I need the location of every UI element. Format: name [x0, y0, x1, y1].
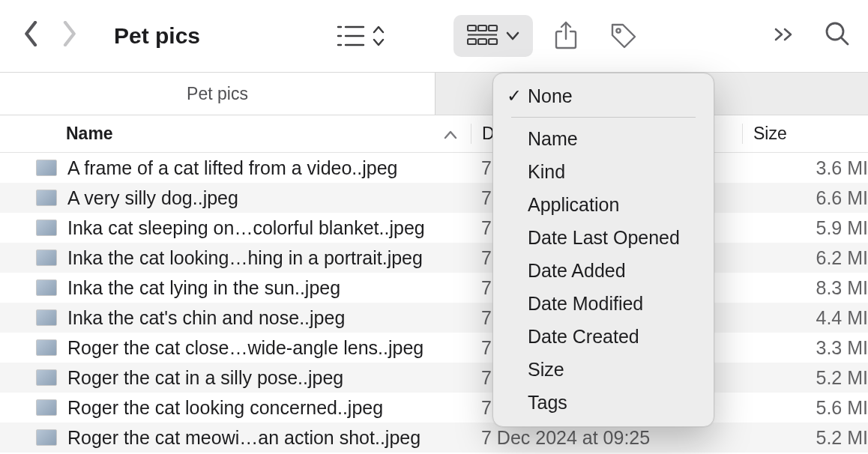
- tab-bar: Pet pics: [0, 72, 868, 115]
- file-thumbnail: [36, 309, 57, 326]
- file-size-cell: 3.6 MI: [742, 157, 868, 179]
- file-date-cell: 7 Dec 2024 at 09:25: [471, 427, 742, 449]
- file-name-cell: Roger the cat close…wide-angle lens..jpe…: [0, 337, 471, 359]
- file-name-cell: A frame of a cat lifted from a video..jp…: [0, 157, 471, 179]
- overflow-button[interactable]: [774, 25, 795, 46]
- svg-line-16: [842, 38, 848, 44]
- file-row[interactable]: A frame of a cat lifted from a video..jp…: [0, 153, 868, 183]
- column-header-size[interactable]: Size: [742, 124, 868, 144]
- group-menu-item-tags[interactable]: Tags: [493, 386, 714, 419]
- file-size-cell: 3.3 MI: [742, 337, 868, 359]
- group-by-button[interactable]: [453, 15, 533, 57]
- search-button[interactable]: [825, 21, 850, 51]
- file-thumbnail: [36, 160, 57, 176]
- view-mode-button[interactable]: [326, 15, 395, 57]
- file-row[interactable]: A very silly dog..jpeg76.6 MI: [0, 183, 868, 213]
- chevron-double-right-icon: [774, 27, 795, 42]
- file-size-cell: 6.2 MI: [742, 247, 868, 269]
- group-menu-item-size[interactable]: Size: [493, 353, 714, 386]
- column-header-name[interactable]: Name: [0, 124, 471, 144]
- group-by-menu: NoneNameKindApplicationDate Last OpenedD…: [492, 73, 714, 427]
- file-row[interactable]: Inka the cat's chin and nose..jpeg74.4 M…: [0, 303, 868, 333]
- file-size-cell: 5.2 MI: [742, 427, 868, 449]
- file-thumbnail: [36, 339, 57, 356]
- file-thumbnail: [36, 369, 57, 386]
- file-name-cell: Roger the cat in a silly pose..jpeg: [0, 367, 471, 389]
- file-thumbnail: [36, 190, 57, 206]
- file-name-cell: Inka cat sleeping on…colorful blanket..j…: [0, 217, 471, 239]
- tag-icon: [609, 22, 638, 50]
- file-name-label: Inka the cat lying in the sun..jpeg: [67, 277, 340, 299]
- svg-rect-10: [468, 39, 476, 44]
- svg-rect-6: [468, 25, 476, 31]
- file-name-label: A very silly dog..jpeg: [67, 187, 238, 209]
- svg-rect-11: [478, 39, 486, 44]
- group-menu-item-kind[interactable]: Kind: [493, 155, 714, 188]
- group-menu-item-application[interactable]: Application: [493, 188, 714, 221]
- file-size-cell: 4.4 MI: [742, 307, 868, 329]
- group-menu-item-name[interactable]: Name: [493, 122, 714, 155]
- menu-separator: [511, 117, 696, 118]
- group-menu-item-date-added[interactable]: Date Added: [493, 254, 714, 287]
- file-name-label: Inka cat sleeping on…colorful blanket..j…: [67, 217, 425, 239]
- column-header-name-label: Name: [66, 124, 113, 144]
- search-icon: [825, 21, 850, 46]
- file-row[interactable]: Roger the cat meowi…an action shot..jpeg…: [0, 423, 868, 453]
- share-button[interactable]: [543, 15, 588, 57]
- tag-button[interactable]: [599, 15, 648, 57]
- file-size-cell: 6.6 MI: [742, 187, 868, 209]
- file-thumbnail: [36, 249, 57, 266]
- forward-button[interactable]: [61, 21, 76, 51]
- file-size-cell: 5.6 MI: [742, 397, 868, 419]
- file-name-label: Inka the cat's chin and nose..jpeg: [67, 307, 345, 329]
- group-icon: [467, 23, 498, 49]
- svg-rect-7: [478, 25, 486, 31]
- file-list: A frame of a cat lifted from a video..jp…: [0, 153, 868, 453]
- file-row[interactable]: Roger the cat close…wide-angle lens..jpe…: [0, 333, 868, 363]
- svg-rect-12: [489, 39, 497, 44]
- group-menu-item-date-created[interactable]: Date Created: [493, 320, 714, 353]
- file-row[interactable]: Roger the cat looking concerned..jpeg75.…: [0, 393, 868, 423]
- toolbar: Pet pics: [0, 0, 868, 72]
- column-header-size-label: Size: [753, 124, 787, 143]
- file-name-label: A frame of a cat lifted from a video..jp…: [67, 157, 398, 179]
- file-size-cell: 5.2 MI: [742, 367, 868, 389]
- file-name-cell: Roger the cat looking concerned..jpeg: [0, 397, 471, 419]
- file-thumbnail: [36, 399, 57, 416]
- file-name-label: Inka the cat looking…hing in a portrait.…: [67, 247, 423, 269]
- file-name-label: Roger the cat close…wide-angle lens..jpe…: [67, 337, 424, 359]
- file-thumbnail: [36, 429, 57, 446]
- file-name-cell: Roger the cat meowi…an action shot..jpeg: [0, 427, 471, 449]
- back-button[interactable]: [24, 21, 39, 51]
- group-menu-item-date-last-opened[interactable]: Date Last Opened: [493, 221, 714, 254]
- group-menu-item-date-modified[interactable]: Date Modified: [493, 287, 714, 320]
- window-title: Pet pics: [114, 23, 200, 49]
- file-size-cell: 8.3 MI: [742, 277, 868, 299]
- file-thumbnail: [36, 220, 57, 236]
- file-name-cell: A very silly dog..jpeg: [0, 187, 471, 209]
- svg-point-14: [616, 28, 620, 32]
- tab-active[interactable]: Pet pics: [0, 73, 435, 115]
- chevron-down-icon: [506, 31, 519, 40]
- file-size-cell: 5.9 MI: [742, 217, 868, 239]
- svg-point-15: [827, 23, 843, 40]
- file-name-label: Roger the cat looking concerned..jpeg: [67, 397, 383, 419]
- nav-arrows: [24, 21, 76, 51]
- file-name-label: Roger the cat meowi…an action shot..jpeg: [67, 427, 421, 449]
- group-menu-item-none[interactable]: None: [493, 79, 714, 112]
- file-name-cell: Inka the cat's chin and nose..jpeg: [0, 307, 471, 329]
- file-name-cell: Inka the cat lying in the sun..jpeg: [0, 277, 471, 299]
- share-icon: [554, 21, 578, 51]
- file-row[interactable]: Inka the cat looking…hing in a portrait.…: [0, 243, 868, 273]
- file-thumbnail: [36, 279, 57, 296]
- file-row[interactable]: Inka the cat lying in the sun..jpeg78.3 …: [0, 273, 868, 303]
- file-row[interactable]: Roger the cat in a silly pose..jpeg75.2 …: [0, 363, 868, 393]
- file-row[interactable]: Inka cat sleeping on…colorful blanket..j…: [0, 213, 868, 243]
- sort-ascending-icon: [444, 124, 457, 144]
- column-headers: Name D Size: [0, 115, 868, 153]
- svg-rect-8: [489, 25, 497, 31]
- file-name-label: Roger the cat in a silly pose..jpeg: [67, 367, 343, 389]
- file-name-cell: Inka the cat looking…hing in a portrait.…: [0, 247, 471, 269]
